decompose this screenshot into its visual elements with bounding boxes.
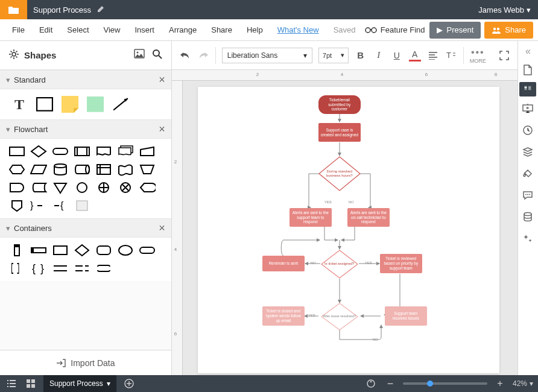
image-icon[interactable] — [134, 49, 145, 62]
history-icon[interactable] — [518, 121, 537, 140]
block-shape[interactable] — [36, 96, 53, 112]
share-button[interactable]: Share — [484, 22, 533, 39]
list-view-icon[interactable] — [5, 377, 18, 390]
shape-rounded-container[interactable] — [95, 244, 112, 257]
font-select[interactable]: Liberation Sans▾ — [222, 48, 312, 63]
close-icon[interactable]: × — [159, 123, 165, 136]
folder-icon[interactable] — [0, 0, 27, 19]
shape-bracket-l[interactable] — [8, 262, 25, 275]
shape-terminator[interactable] — [52, 145, 69, 158]
menu-select[interactable]: Select — [60, 22, 96, 38]
shape-stored-data[interactable] — [30, 181, 47, 194]
shape-brace-left[interactable]: { — [52, 199, 69, 212]
collapse-dock-button[interactable]: « — [525, 45, 531, 58]
node-resolve-issues[interactable]: Support team resolves issues — [385, 306, 427, 326]
zoom-out-button[interactable]: − — [384, 377, 397, 390]
italic-button[interactable]: I — [373, 49, 385, 62]
shape-open-round[interactable] — [95, 262, 112, 275]
shape-connector[interactable] — [74, 181, 90, 194]
user-menu[interactable]: James Webb ▾ — [471, 5, 538, 14]
menu-arrange[interactable]: Arrange — [162, 22, 204, 38]
shape-process[interactable] — [8, 145, 25, 158]
text-options-button[interactable]: T — [445, 49, 457, 62]
feature-find[interactable]: Feature Find — [365, 25, 425, 34]
shape-open-rect[interactable] — [52, 262, 69, 275]
section-standard[interactable]: ▾ Standard × — [0, 70, 171, 89]
shape-circle-container[interactable] — [117, 244, 134, 257]
zoom-thumb[interactable] — [427, 381, 433, 387]
shape-database[interactable] — [52, 163, 69, 176]
close-icon[interactable]: × — [159, 74, 165, 86]
section-flowchart[interactable]: ▾ Flowchart × — [0, 119, 171, 139]
text-shape[interactable]: T — [11, 96, 28, 112]
zoom-in-button[interactable]: + — [493, 377, 507, 390]
menu-edit[interactable]: Edit — [32, 22, 60, 38]
font-size-select[interactable]: 7pt▾ — [318, 48, 349, 63]
layers-icon[interactable] — [518, 142, 537, 162]
comment-icon[interactable]: ❝ — [519, 82, 536, 96]
section-containers[interactable]: ▾ Containers × — [0, 218, 171, 238]
page-icon[interactable] — [518, 60, 537, 80]
align-button[interactable] — [427, 49, 439, 62]
shape-direct-data[interactable] — [74, 163, 90, 176]
node-reminder[interactable]: Reminder is sent — [262, 256, 305, 271]
node-business-hours[interactable]: During standard business hours? — [318, 156, 361, 191]
text-color-button[interactable]: A — [409, 49, 421, 62]
sparkle-icon[interactable] — [518, 229, 537, 248]
whats-new-link[interactable]: What's New — [270, 22, 326, 38]
undo-button[interactable] — [179, 49, 191, 62]
present-button[interactable]: ▶ Present — [429, 22, 481, 39]
node-case-created[interactable]: Support case is created and assigned — [318, 123, 361, 142]
shape-display[interactable] — [139, 181, 156, 194]
shape-predefined[interactable] — [74, 145, 90, 158]
line-shape[interactable] — [112, 96, 129, 112]
menu-insert[interactable]: Insert — [127, 22, 162, 38]
shape-document[interactable] — [95, 145, 112, 158]
zoom-slider[interactable] — [403, 382, 487, 385]
shape-note[interactable] — [74, 199, 90, 212]
import-data-button[interactable]: Import Data — [0, 350, 171, 375]
shape-pill-container[interactable] — [139, 244, 156, 257]
bold-button[interactable]: B — [355, 49, 367, 62]
paint-icon[interactable] — [518, 164, 537, 183]
shape-diamond-container[interactable] — [74, 244, 90, 257]
node-ticket-assigned[interactable]: Is ticket assigned? — [321, 250, 358, 279]
shape-manual-op[interactable] — [139, 163, 156, 176]
grid-view-icon[interactable] — [24, 377, 37, 390]
shape-brace-container[interactable]: {} — [30, 262, 47, 275]
add-page-button[interactable] — [122, 377, 136, 390]
fullscreen-button[interactable] — [498, 49, 510, 62]
shape-decision[interactable] — [30, 145, 47, 158]
shape-swimlane-h[interactable] — [30, 244, 47, 257]
shape-open-rect2[interactable] — [74, 262, 90, 275]
shape-data[interactable] — [30, 163, 47, 176]
menu-help[interactable]: Help — [239, 22, 270, 38]
close-icon[interactable]: × — [159, 222, 165, 235]
shape-manual-input[interactable] — [139, 145, 156, 158]
shape-merge[interactable] — [52, 181, 69, 194]
shape-delay[interactable] — [8, 181, 25, 194]
shape-swimlane-v[interactable] — [8, 244, 25, 257]
node-ticket-submitted[interactable]: Ticket/email submitted by customer — [318, 95, 361, 114]
node-alert-oncall[interactable]: Alerts are sent to the on-call technicia… — [347, 208, 390, 227]
page[interactable]: Ticket/email submitted by customer Suppo… — [198, 87, 499, 373]
zoom-level[interactable]: 42% ▾ — [513, 379, 533, 388]
menu-view[interactable]: View — [97, 22, 128, 38]
canvas[interactable]: Ticket/email submitted by customer Suppo… — [183, 81, 517, 375]
menu-share[interactable]: Share — [204, 22, 239, 38]
shape-preparation[interactable] — [8, 163, 25, 176]
shape-offpage[interactable] — [8, 199, 25, 212]
node-alert-support[interactable]: Alerts are sent to the support team to r… — [290, 208, 332, 227]
data-icon[interactable] — [518, 207, 537, 227]
shape-multidoc[interactable] — [117, 145, 134, 158]
shape-paper-tape[interactable] — [117, 163, 134, 176]
node-issue-resolved[interactable]: Was issue resolved? — [321, 303, 358, 330]
shape-or[interactable] — [95, 181, 112, 194]
shape-summing[interactable] — [117, 181, 134, 194]
more-button[interactable]: ••• MORE — [470, 47, 486, 64]
menu-file[interactable]: File — [5, 22, 32, 38]
gear-icon[interactable] — [8, 49, 19, 62]
node-ticket-reviewed[interactable]: Ticket is reviewed based on priority by … — [380, 254, 422, 273]
note-shape[interactable] — [62, 96, 78, 112]
chat-icon[interactable] — [518, 186, 537, 205]
